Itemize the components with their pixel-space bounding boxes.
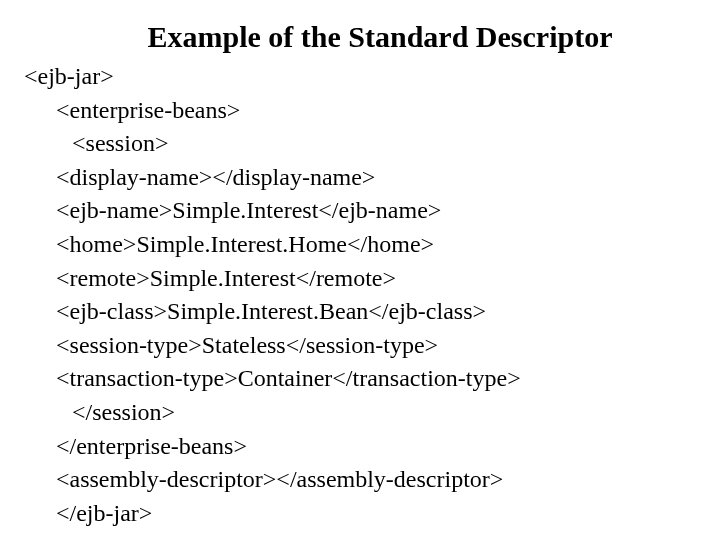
code-line: <remote>Simple.Interest</remote>	[24, 262, 696, 296]
code-line: <session-type>Stateless</session-type>	[24, 329, 696, 363]
code-line: <home>Simple.Interest.Home</home>	[24, 228, 696, 262]
code-line: </session>	[24, 396, 696, 430]
code-line: </enterprise-beans>	[24, 430, 696, 464]
code-line: <display-name></display-name>	[24, 161, 696, 195]
code-line: </ejb-jar>	[24, 497, 696, 531]
code-line: <ejb-name>Simple.Interest</ejb-name>	[24, 194, 696, 228]
code-line: <enterprise-beans>	[24, 94, 696, 128]
code-line: <ejb-jar>	[24, 60, 696, 94]
code-line: <session>	[24, 127, 696, 161]
code-line: <assembly-descriptor></assembly-descript…	[24, 463, 696, 497]
page-title: Example of the Standard Descriptor	[24, 20, 696, 54]
code-line: <ejb-class>Simple.Interest.Bean</ejb-cla…	[24, 295, 696, 329]
xml-code-block: <ejb-jar> <enterprise-beans> <session> <…	[24, 60, 696, 530]
code-line: <transaction-type>Container</transaction…	[24, 362, 696, 396]
